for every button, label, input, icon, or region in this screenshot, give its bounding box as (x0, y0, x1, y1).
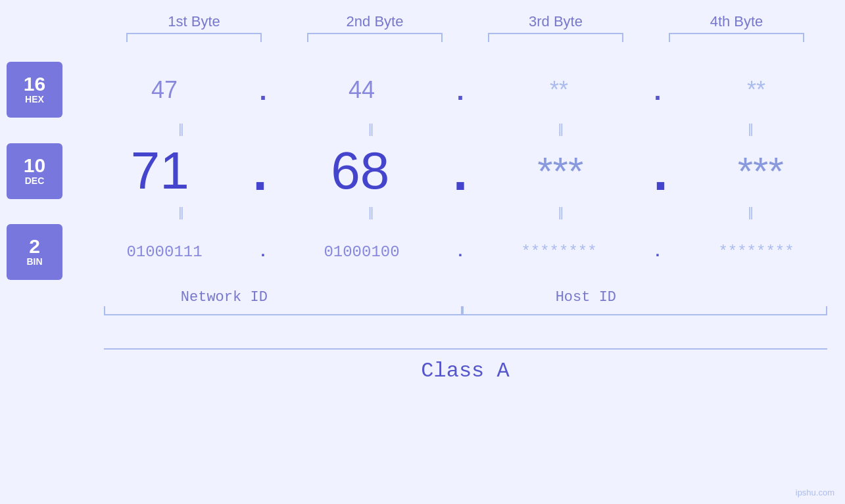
main-container: 1st Byte 2nd Byte 3rd Byte 4th Byte 16 H… (0, 0, 845, 504)
bin-base-num: 2 (29, 237, 40, 256)
hex-dot-1: . (253, 78, 273, 108)
class-row: Class A (104, 348, 827, 383)
bin-val-3-col: ******** (470, 243, 648, 261)
eq-2: || (276, 122, 466, 137)
dec-dot-2: . (445, 146, 476, 206)
bracket-col-3 (466, 33, 646, 42)
dec-row: 10 DEC 71 . 68 . *** . *** (0, 141, 845, 201)
dec-dot-1: . (244, 146, 276, 206)
dec-val-2: 68 (331, 141, 389, 201)
bracket-top-row (104, 33, 827, 42)
byte-label-3: 3rd Byte (466, 13, 646, 33)
bin-dot-2: . (450, 243, 470, 261)
hex-val-2-col: 44 (273, 76, 450, 104)
hex-base-num: 16 (24, 74, 45, 94)
hex-row: 16 HEX 47 . 44 . ** . ** (0, 62, 845, 118)
hex-val-1-col: 47 (76, 76, 253, 104)
bin-val-1-col: 01000111 (76, 243, 253, 261)
bin-val-3: ******** (521, 243, 596, 261)
bin-val-1: 01000111 (126, 243, 202, 261)
hex-base-label: HEX (25, 94, 44, 105)
dec-values: 71 . 68 . *** . *** (76, 141, 845, 201)
dec-val-3: *** (537, 149, 583, 194)
bracket-col-1 (104, 33, 285, 42)
equals-row-1: || || || || (0, 118, 845, 141)
class-label: Class A (421, 359, 509, 383)
bracket-col-2 (285, 33, 466, 42)
hex-val-1: 47 (151, 76, 178, 104)
bin-row: 2 BIN 01000111 . 01000100 . ******** . *… (0, 224, 845, 280)
bin-val-4: ******** (718, 243, 794, 261)
equals-row-2: || || || || (0, 201, 845, 224)
bin-val-2: 01000100 (324, 243, 399, 261)
dec-val-1-col: 71 (76, 141, 244, 201)
network-id-label: Network ID (104, 288, 345, 321)
dec-val-1: 71 (131, 141, 189, 201)
dec-val-2-col: 68 (276, 141, 445, 201)
hex-dot-3: . (648, 78, 667, 108)
byte-label-1: 1st Byte (104, 13, 285, 33)
hex-values: 47 . 44 . ** . ** (76, 76, 845, 104)
hex-val-4: ** (747, 76, 765, 104)
dec-val-3-col: *** (476, 149, 644, 194)
bin-val-4-col: ******** (667, 243, 845, 261)
dec-badge: 10 DEC (7, 143, 62, 199)
bin-values: 01000111 . 01000100 . ******** . *******… (76, 243, 845, 261)
dec-val-4: *** (738, 149, 784, 194)
bin-dot-1: . (253, 243, 273, 261)
host-id-label: Host ID (345, 288, 827, 321)
byte-label-4: 4th Byte (646, 13, 827, 33)
byte-label-2: 2nd Byte (285, 13, 466, 33)
eq-1: || (85, 122, 276, 137)
hex-badge: 16 HEX (7, 62, 62, 118)
hex-val-4-col: ** (667, 76, 845, 104)
watermark: ipshu.com (796, 488, 834, 497)
dec-base-num: 10 (24, 156, 45, 175)
eq-8: || (655, 205, 845, 220)
network-bracket (104, 306, 462, 315)
bin-base-label: BIN (26, 256, 42, 267)
dec-val-4-col: *** (677, 149, 845, 194)
host-bracket (462, 306, 827, 315)
bracket-col-4 (646, 33, 827, 42)
dec-dot-3: . (644, 146, 676, 206)
hex-val-2: 44 (349, 76, 375, 104)
bin-badge: 2 BIN (7, 224, 62, 280)
hex-val-3: ** (550, 76, 568, 104)
bin-dot-3: . (648, 243, 667, 261)
bin-val-2-col: 01000100 (273, 243, 450, 261)
eq-6: || (276, 205, 466, 220)
eq-7: || (466, 205, 656, 220)
hex-dot-2: . (450, 78, 470, 108)
byte-labels-row: 1st Byte 2nd Byte 3rd Byte 4th Byte (104, 13, 827, 33)
eq-3: || (466, 122, 656, 137)
hex-val-3-col: ** (470, 76, 648, 104)
dec-base-label: DEC (25, 175, 45, 187)
id-labels-container: Network ID Host ID (104, 288, 827, 321)
eq-5: || (85, 205, 276, 220)
eq-4: || (655, 122, 845, 137)
